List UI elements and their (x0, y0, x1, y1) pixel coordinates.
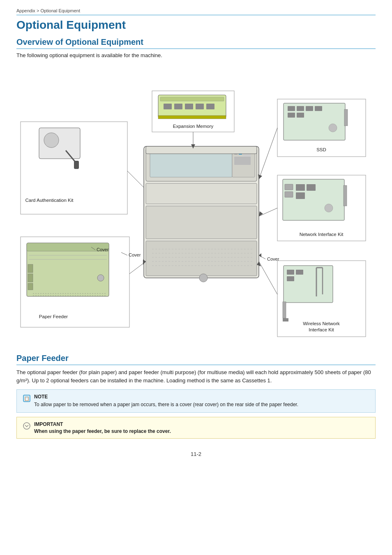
note-text: To allow paper to be removed when a pape… (34, 401, 298, 408)
important-text: When using the paper feeder, be sure to … (34, 428, 171, 434)
svg-text:Cover: Cover (129, 252, 141, 257)
svg-rect-18 (288, 106, 295, 111)
svg-point-25 (329, 124, 337, 132)
svg-rect-30 (285, 192, 293, 197)
svg-text:SSD: SSD (316, 147, 326, 152)
svg-rect-65 (150, 150, 232, 177)
svg-rect-11 (185, 104, 193, 109)
svg-rect-10 (174, 104, 182, 109)
note-content: NOTE To allow paper to be removed when a… (34, 394, 298, 408)
svg-rect-70 (234, 157, 251, 165)
svg-rect-8 (160, 97, 224, 101)
svg-line-93 (259, 261, 277, 294)
svg-rect-23 (297, 113, 304, 118)
svg-rect-24 (344, 109, 348, 126)
svg-rect-19 (297, 106, 304, 111)
svg-rect-56 (28, 283, 33, 290)
diagram-area: Card Authentication Kit Expansion Memory… (16, 64, 374, 344)
svg-rect-45 (283, 302, 286, 318)
svg-line-91 (259, 208, 277, 216)
svg-marker-83 (259, 253, 261, 257)
svg-rect-39 (287, 270, 294, 275)
svg-rect-32 (307, 184, 316, 191)
svg-rect-41 (287, 276, 294, 281)
svg-text:Wireless Network: Wireless Network (303, 321, 340, 326)
note-heading: NOTE (34, 394, 298, 400)
note-box: 📋 NOTE To allow paper to be removed when… (16, 389, 376, 413)
svg-line-89 (259, 128, 277, 179)
svg-rect-71 (146, 183, 257, 204)
svg-rect-20 (306, 106, 313, 111)
important-box: IMPORTANT When using the paper feeder, b… (16, 417, 376, 439)
svg-rect-46 (283, 318, 288, 321)
svg-point-80 (199, 274, 208, 282)
svg-rect-33 (296, 192, 305, 199)
svg-point-35 (325, 204, 333, 212)
svg-rect-21 (315, 106, 322, 111)
page-title: Optional Equipment (16, 18, 376, 32)
svg-text:Interface Kit: Interface Kit (309, 327, 334, 332)
important-icon (23, 422, 31, 430)
svg-line-86 (127, 171, 144, 187)
page-number: 11-2 (16, 451, 376, 457)
svg-rect-72 (146, 206, 257, 239)
svg-rect-74 (146, 146, 257, 154)
paper-feeder-desc: The optional paper feeder (for plain pap… (16, 368, 376, 384)
svg-rect-34 (344, 185, 347, 206)
svg-text:Cover: Cover (97, 247, 109, 252)
svg-point-2 (44, 133, 59, 148)
important-content: IMPORTANT When using the paper feeder, b… (34, 421, 171, 434)
svg-text:Network Interface Kit: Network Interface Kit (300, 232, 344, 237)
svg-rect-22 (288, 113, 295, 118)
svg-rect-31 (296, 184, 305, 191)
svg-rect-14 (158, 116, 226, 119)
paper-feeder-title: Paper Feeder (16, 354, 376, 365)
breadcrumb: Appendix > Optional Equipment (16, 8, 376, 15)
svg-point-100 (23, 423, 30, 429)
svg-text:Card Authentication Kit: Card Authentication Kit (25, 198, 74, 203)
svg-text:📋: 📋 (24, 396, 30, 401)
svg-rect-40 (296, 270, 303, 275)
svg-rect-73 (146, 241, 257, 276)
svg-rect-12 (196, 104, 204, 109)
svg-rect-55 (28, 274, 33, 282)
section-overview-title: Overview of Optional Equipment (16, 37, 376, 49)
important-heading: IMPORTANT (34, 421, 171, 427)
paper-feeder-section: Paper Feeder The optional paper feeder (… (16, 354, 376, 439)
note-icon: 📋 (23, 394, 31, 402)
intro-text: The following optional equipment is avai… (16, 52, 376, 58)
svg-rect-9 (164, 104, 172, 109)
svg-rect-4 (74, 161, 79, 169)
svg-text:Cover: Cover (267, 257, 279, 261)
svg-text:Expansion Memory: Expansion Memory (173, 124, 214, 129)
svg-text:Paper Feeder: Paper Feeder (39, 314, 68, 319)
svg-rect-13 (206, 104, 214, 109)
svg-rect-54 (28, 264, 33, 273)
svg-point-57 (97, 275, 104, 281)
svg-rect-29 (285, 184, 293, 190)
